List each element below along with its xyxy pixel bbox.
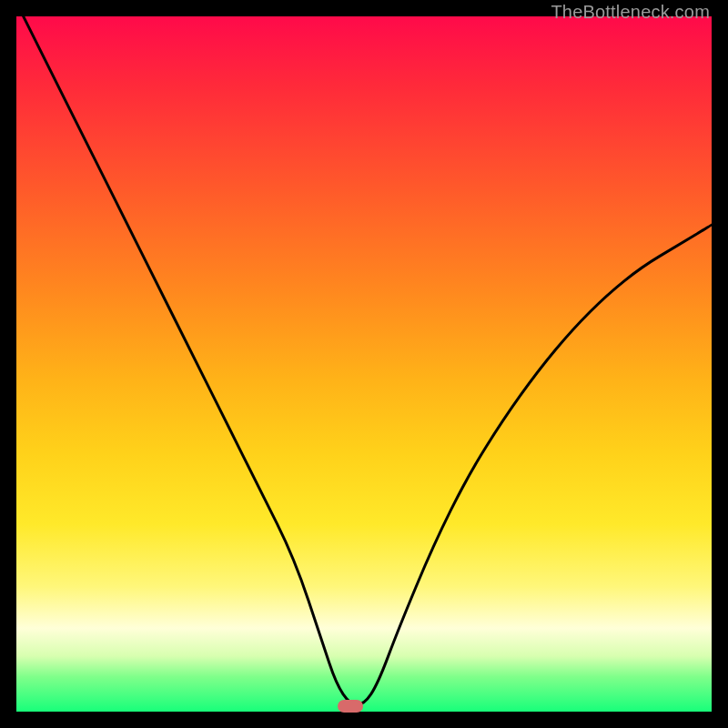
optimum-marker — [338, 700, 363, 713]
plot-area — [16, 16, 712, 712]
watermark-text: TheBottleneck.com — [551, 2, 710, 23]
bottleneck-curve — [16, 16, 712, 712]
curve-path — [16, 3, 712, 705]
chart-stage: TheBottleneck.com — [0, 0, 728, 728]
